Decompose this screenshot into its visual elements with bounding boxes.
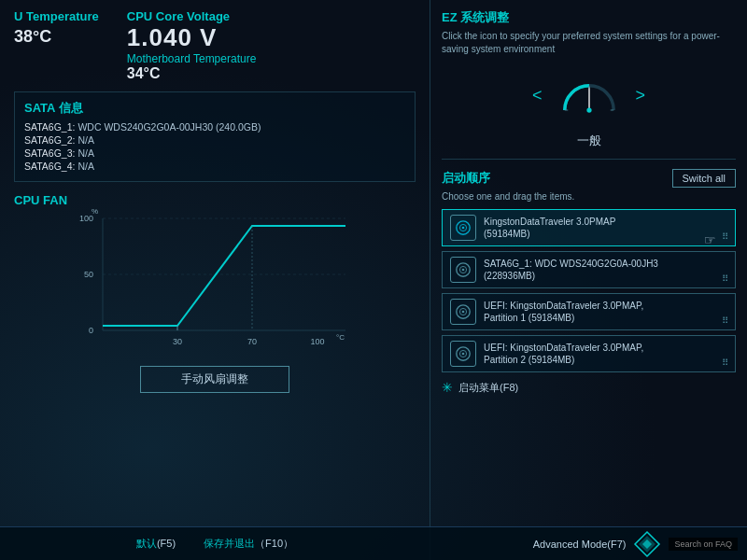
boot-item-3[interactable]: UEFI: KingstonDataTraveler 3.0PMAP, Part… — [442, 293, 736, 330]
ez-description: Click the icon to specify your preferred… — [442, 30, 736, 56]
right-panel: EZ 系统调整 Click the icon to specify your p… — [430, 0, 747, 560]
advanced-mode-button[interactable]: Advanced Mode(F7) — [533, 539, 627, 550]
cpu-temp-display: U Temperature 38°C — [14, 9, 99, 47]
mb-temp-label: Motherboard Temperature — [127, 52, 257, 65]
voltage-section: CPU Core Voltage 1.040 V Motherboard Tem… — [127, 9, 257, 82]
cpu-temp-label: U Temperature — [14, 9, 99, 23]
bottom-bar-left: 默认(F5) 保存并退出（F10） — [0, 537, 430, 551]
boot-item-2-icon — [450, 257, 476, 283]
temp-voltage-section: U Temperature 38°C CPU Core Voltage 1.04… — [14, 9, 416, 82]
svg-text:30: 30 — [173, 337, 182, 346]
boot-item-2-drag-dots: ⠿ — [722, 273, 729, 284]
left-panel: U Temperature 38°C CPU Core Voltage 1.04… — [0, 0, 430, 560]
boot-item-4-primary: UEFI: KingstonDataTraveler 3.0PMAP, — [484, 342, 643, 354]
voltage-value: 1.040 V — [127, 23, 257, 52]
asus-logo-icon — [633, 530, 661, 558]
watermark: Search on FAQ — [669, 538, 738, 551]
fan-section: CPU FAN 100 50 0 % 30 70 100 — [14, 193, 416, 393]
gauge-label: 一般 — [577, 133, 601, 147]
svg-point-15 — [586, 107, 591, 112]
boot-order-section: 启动顺序 Switch all Choose one and drag the … — [442, 169, 736, 551]
boot-item-3-icon — [450, 299, 476, 325]
svg-text:70: 70 — [247, 337, 257, 346]
boot-item-4-text: UEFI: KingstonDataTraveler 3.0PMAP, Part… — [484, 342, 643, 366]
drag-cursor-icon: ☞ — [704, 232, 716, 247]
svg-point-30 — [462, 353, 465, 356]
mb-temp-value: 34°C — [127, 65, 257, 82]
sata-info-section: SATA 信息 SATA6G_1: WDC WDS240G2G0A-00JH30… — [14, 91, 416, 182]
boot-item-1-icon — [450, 215, 476, 241]
sata-item-4: SATA6G_4: N/A — [24, 161, 405, 172]
sata-item-3: SATA6G_3: N/A — [24, 147, 405, 159]
fan-adjust-button[interactable]: 手动风扇调整 — [140, 366, 289, 393]
svg-point-24 — [462, 269, 465, 272]
boot-title: 启动顺序 — [442, 170, 490, 187]
boot-menu: ✳ 启动菜单(F8) — [442, 380, 736, 395]
svg-point-21 — [462, 227, 465, 230]
boot-subtitle: Choose one and drag the items. — [442, 191, 736, 202]
boot-item-1-text: KingstonDataTraveler 3.0PMAP (59184MB) — [484, 216, 615, 240]
boot-item-1[interactable]: KingstonDataTraveler 3.0PMAP (59184MB) ☞… — [442, 209, 736, 246]
svg-text:%: % — [92, 209, 98, 216]
save-exit-button[interactable]: 保存并退出（F10） — [204, 537, 293, 551]
boot-item-2-secondary: (228936MB) — [484, 270, 658, 282]
boot-item-4[interactable]: UEFI: KingstonDataTraveler 3.0PMAP, Part… — [442, 335, 736, 372]
svg-point-27 — [462, 311, 465, 314]
voltage-label: CPU Core Voltage — [127, 9, 257, 23]
gauge-display — [557, 68, 622, 123]
boot-item-4-secondary: Partition 2 (59184MB) — [484, 354, 643, 366]
boot-menu-label: 启动菜单(F8) — [458, 381, 518, 395]
switch-all-button[interactable]: Switch all — [672, 169, 736, 188]
boot-menu-icon: ✳ — [442, 380, 453, 395]
bottom-bar: 默认(F5) 保存并退出（F10） Advanced Mode(F7) Sear… — [0, 526, 747, 560]
gauge-left-arrow[interactable]: < — [532, 86, 543, 105]
gauge-right-arrow[interactable]: > — [636, 86, 646, 105]
watermark-text: Search on FAQ — [674, 539, 732, 549]
boot-item-2-text: SATA6G_1: WDC WDS240G2G0A-00JH3 (228936M… — [484, 258, 658, 282]
default-button[interactable]: 默认(F5) — [136, 537, 176, 551]
ez-system-section: EZ 系统调整 Click the icon to specify your p… — [442, 9, 736, 160]
svg-text:50: 50 — [84, 270, 93, 279]
boot-item-1-primary: KingstonDataTraveler 3.0PMAP — [484, 216, 615, 228]
boot-item-3-secondary: Partition 1 (59184MB) — [484, 312, 643, 324]
fan-chart: 100 50 0 % 30 70 100 °C — [14, 209, 416, 358]
cpu-temp-value: 38°C — [14, 27, 99, 47]
fan-title: CPU FAN — [14, 193, 416, 207]
boot-item-3-drag-dots: ⠿ — [722, 315, 729, 326]
sata-title: SATA 信息 — [24, 100, 405, 117]
boot-item-4-drag-dots: ⠿ — [722, 357, 729, 368]
boot-item-1-drag-dots: ⠿ — [722, 231, 729, 242]
boot-header: 启动顺序 Switch all — [442, 169, 736, 188]
gauge-container: < > — [442, 63, 736, 128]
svg-text:°C: °C — [336, 333, 345, 342]
bottom-bar-right: Advanced Mode(F7) Search on FAQ — [430, 530, 747, 558]
ez-title: EZ 系统调整 — [442, 9, 736, 26]
boot-item-2[interactable]: SATA6G_1: WDC WDS240G2G0A-00JH3 (228936M… — [442, 251, 736, 288]
boot-item-4-icon — [450, 341, 476, 367]
boot-item-3-text: UEFI: KingstonDataTraveler 3.0PMAP, Part… — [484, 300, 643, 324]
svg-text:0: 0 — [89, 326, 93, 335]
svg-text:100: 100 — [310, 337, 324, 346]
boot-item-2-primary: SATA6G_1: WDC WDS240G2G0A-00JH3 — [484, 258, 658, 270]
sata-item-2: SATA6G_2: N/A — [24, 134, 405, 146]
boot-item-3-primary: UEFI: KingstonDataTraveler 3.0PMAP, — [484, 300, 643, 312]
sata-item-1: SATA6G_1: WDC WDS240G2G0A-00JH30 (240.0G… — [24, 121, 405, 133]
boot-item-1-secondary: (59184MB) — [484, 228, 615, 240]
